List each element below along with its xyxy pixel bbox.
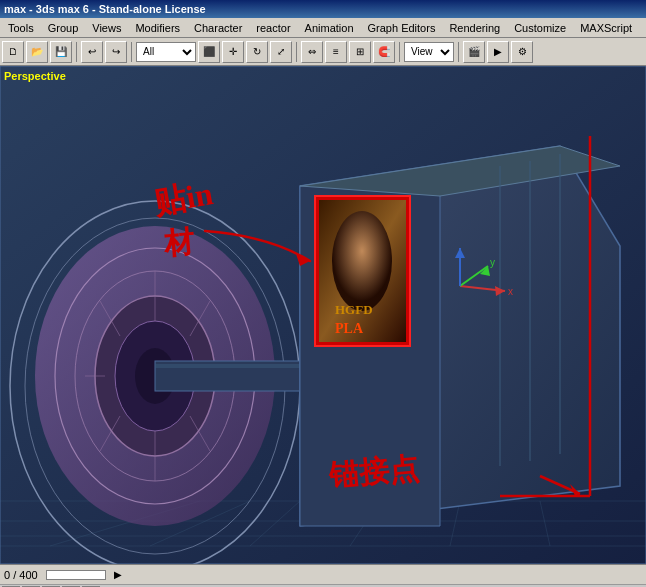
toolbar-view-dropdown[interactable]: View: [404, 42, 454, 62]
menu-maxscript[interactable]: MAXScript: [574, 21, 638, 35]
svg-text:材: 材: [162, 224, 197, 260]
toolbar-sep-5: [458, 42, 459, 62]
toolbar-render-last[interactable]: ▶: [487, 41, 509, 63]
toolbar-snap[interactable]: 🧲: [373, 41, 395, 63]
status-bar: 0 / 400 ▶: [0, 564, 646, 584]
menu-character[interactable]: Character: [188, 21, 248, 35]
toolbar-sep-1: [76, 42, 77, 62]
svg-point-38: [332, 211, 392, 311]
title-text: max - 3ds max 6 - Stand-alone License: [4, 3, 206, 15]
toolbar-select[interactable]: ⬛: [198, 41, 220, 63]
toolbar-select-dropdown[interactable]: All: [136, 42, 196, 62]
toolbar-mirror[interactable]: ⇔: [301, 41, 323, 63]
viewport: HGFD PLA x y 贴in 材: [0, 66, 646, 564]
toolbar-redo[interactable]: ↪: [105, 41, 127, 63]
toolbar-render[interactable]: 🎬: [463, 41, 485, 63]
toolbar-array[interactable]: ⊞: [349, 41, 371, 63]
toolbar: 🗋 📂 💾 ↩ ↪ All ⬛ ✛ ↻ ⤢ ⇔ ≡ ⊞ 🧲 View 🎬 ▶ ⚙: [0, 38, 646, 66]
toolbar-move[interactable]: ✛: [222, 41, 244, 63]
timeline-arrow[interactable]: ▶: [114, 569, 122, 580]
toolbar-scale[interactable]: ⤢: [270, 41, 292, 63]
menu-bar: Tools Group Views Modifiers Character re…: [0, 18, 646, 38]
viewport-label: Perspective: [4, 70, 66, 82]
svg-text:y: y: [490, 257, 495, 268]
svg-text:x: x: [508, 286, 513, 297]
title-bar: max - 3ds max 6 - Stand-alone License: [0, 0, 646, 18]
toolbar-save[interactable]: 💾: [50, 41, 72, 63]
menu-reactor[interactable]: reactor: [250, 21, 296, 35]
svg-rect-28: [155, 364, 315, 368]
menu-rendering[interactable]: Rendering: [443, 21, 506, 35]
toolbar-new[interactable]: 🗋: [2, 41, 24, 63]
toolbar-rotate[interactable]: ↻: [246, 41, 268, 63]
toolbar-render-type[interactable]: ⚙: [511, 41, 533, 63]
frame-counter: 0 / 400: [4, 569, 38, 581]
toolbar-align[interactable]: ≡: [325, 41, 347, 63]
menu-animation[interactable]: Animation: [299, 21, 360, 35]
menu-group[interactable]: Group: [42, 21, 85, 35]
menu-help[interactable]: Help: [640, 21, 646, 35]
scene-canvas: HGFD PLA x y 贴in 材: [0, 66, 646, 564]
toolbar-open[interactable]: 📂: [26, 41, 48, 63]
toolbar-sep-4: [399, 42, 400, 62]
toolbar-sep-2: [131, 42, 132, 62]
toolbar-undo[interactable]: ↩: [81, 41, 103, 63]
toolbar-sep-3: [296, 42, 297, 62]
svg-text:PLA: PLA: [335, 321, 364, 336]
menu-modifiers[interactable]: Modifiers: [129, 21, 186, 35]
menu-tools[interactable]: Tools: [2, 21, 40, 35]
menu-views[interactable]: Views: [86, 21, 127, 35]
menu-graph-editors[interactable]: Graph Editors: [362, 21, 442, 35]
progress-bar: [46, 570, 106, 580]
svg-text:HGFD: HGFD: [335, 302, 373, 317]
menu-customize[interactable]: Customize: [508, 21, 572, 35]
